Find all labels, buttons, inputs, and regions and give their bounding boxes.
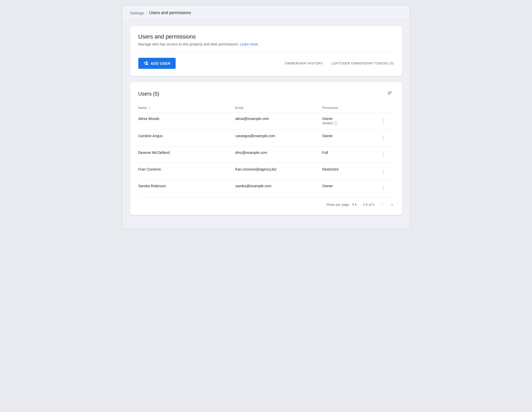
breadcrumb-chevron-icon: › [146,11,147,15]
user-more-button[interactable]: ⋮ [378,184,388,192]
user-action: ⋮ [378,180,394,196]
user-action: ⋮ [378,146,394,163]
user-email: alexa@example.com [235,113,322,130]
pagination-next-button[interactable]: › [390,201,394,208]
pagination: Rows per page: 5 ▾ 1-5 of 5 ‹ › [138,197,394,208]
user-email: sandra@example.com [235,180,322,196]
filter-button[interactable] [386,89,394,98]
user-permission: OwnerVerified? [322,113,378,130]
col-header-name: Name ↓ [138,104,236,113]
table-row: Caroline Anguscarangus@example.comOwner⋮ [138,130,394,146]
leftover-tokens-button[interactable]: LEFTOVER OWNERSHIP TOKENS (3) [331,61,394,65]
users-card: Users (5) Name ↓ Email Permission [130,82,402,215]
user-action: ⋮ [378,113,394,130]
page-description: Manage who has access to this property a… [138,42,394,46]
user-name: Caroline Angus [138,130,236,146]
col-header-action [378,104,394,113]
table-row: Deanne McClellanddmc@example.comFull⋮ [138,146,394,163]
table-row: Sandra Robinsonsandra@example.comOwner⋮ [138,180,394,196]
users-card-header: Users (5) [138,89,394,98]
breadcrumb-current: Users and permissions [149,11,191,15]
rows-per-page-label: Rows per page: [327,203,350,207]
top-card-links: OWNERSHIP HISTORY LEFTOVER OWNERSHIP TOK… [285,61,394,65]
rows-per-page: Rows per page: 5 ▾ [327,203,357,207]
add-user-button[interactable]: ADD USER [138,58,176,69]
user-action: ⋮ [378,130,394,146]
breadcrumb: Settings › Users and permissions [122,5,410,20]
pagination-range: 1-5 of 5 [363,203,374,207]
user-action: ⋮ [378,163,394,180]
rows-per-page-select[interactable]: 5 ▾ [352,203,357,207]
add-user-icon [143,60,149,66]
learn-more-link[interactable]: Learn more [240,42,258,46]
user-name: Deanne McClelland [138,146,236,163]
user-permission: Owner [322,180,378,196]
ownership-history-button[interactable]: OWNERSHIP HISTORY [285,61,323,65]
verified-help-icon[interactable]: ? [333,121,338,125]
page-wrapper: Settings › Users and permissions Users a… [122,5,410,229]
user-more-button[interactable]: ⋮ [378,151,388,159]
table-row: Fran Cisnerosfran.cisneros@agency.bizRes… [138,163,394,180]
user-email: fran.cisneros@agency.biz [235,163,322,180]
user-name: Sandra Robinson [138,180,236,196]
table-header-row: Name ↓ Email Permission [138,104,394,113]
pagination-prev-button[interactable]: ‹ [381,201,384,208]
col-header-permission: Permission [322,104,378,113]
sort-arrow-icon: ↓ [148,106,150,110]
page-title: Users and permissions [138,33,394,40]
user-email: carangus@example.com [235,130,322,146]
verified-label: Verified [322,121,332,125]
user-more-button[interactable]: ⋮ [378,167,388,175]
rows-dropdown-icon: ▾ [355,203,357,207]
user-email: dmc@example.com [235,146,322,163]
user-more-button[interactable]: ⋮ [378,117,388,125]
table-row: Alexa Woodsalexa@example.comOwnerVerifie… [138,113,394,130]
breadcrumb-settings[interactable]: Settings [130,11,144,15]
user-permission: Restricted [322,163,378,180]
rows-value: 5 [352,203,354,207]
col-header-email: Email [235,104,322,113]
user-name: Fran Cisneros [138,163,236,180]
user-permission: Owner [322,130,378,146]
top-card: Users and permissions Manage who has acc… [130,26,402,76]
user-more-button[interactable]: ⋮ [378,134,388,142]
users-table: Name ↓ Email Permission Alexa Woodsalexa… [138,104,394,196]
top-card-actions: ADD USER OWNERSHIP HISTORY LEFTOVER OWNE… [138,52,394,69]
add-user-label: ADD USER [151,61,170,65]
users-count-title: Users (5) [138,91,159,97]
user-name: Alexa Woods [138,113,236,130]
user-permission: Full [322,146,378,163]
